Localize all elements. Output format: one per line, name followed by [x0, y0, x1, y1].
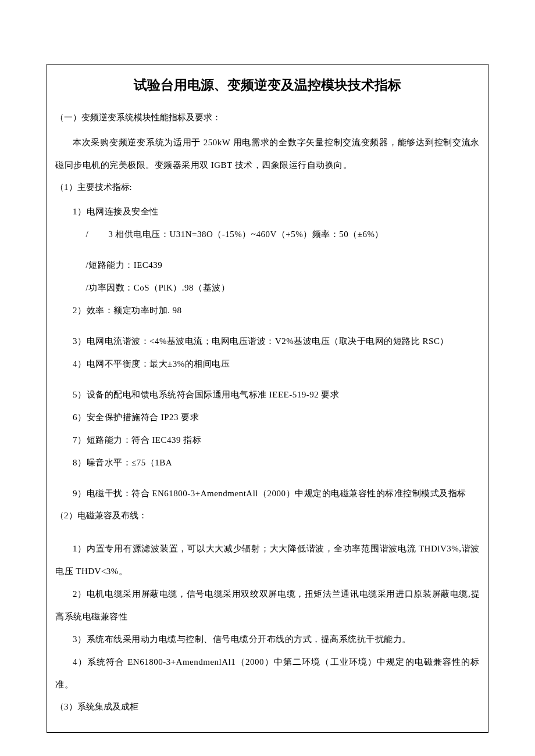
item-1-9: 9）电磁干扰：符合 EN61800-3+AmendmentAll（2000）中规…: [55, 482, 480, 505]
item-1-1-c: /功率因数：CoS（PlK）.98（基波）: [55, 277, 480, 299]
document-frame: 试验台用电源、变频逆变及温控模块技术指标 （一）变频逆变系统模块性能指标及要求：…: [47, 64, 488, 733]
item-1-1-b: /短路能力：IEC439: [55, 254, 480, 277]
item-2-1: 1）内置专用有源滤波装置，可以大大减少辐射；大大降低谐波，全功率范围谐波电流 T…: [55, 538, 480, 583]
item-1-6: 6）安全保护措施符合 IP23 要求: [55, 406, 480, 429]
item-1-1: 1）电网连接及安全性: [55, 200, 480, 223]
intro-paragraph: 本次采购变频逆变系统为适用于 250kW 用电需求的全数字矢量控制交流变频器，能…: [55, 131, 480, 177]
subsection-1-label: （1）主要技术指标:: [55, 177, 480, 199]
item-2-3: 3）系统布线采用动力电缆与控制、信号电缆分开布线的方式，提高系统抗干扰能力。: [55, 628, 480, 651]
item-2-2: 2）电机电缆采用屏蔽电缆，信号电缆采用双绞双屏电缆，扭矩法兰通讯电缆采用进口原装…: [55, 583, 480, 628]
item-1-8: 8）噪音水平：≤75（1BA: [55, 452, 480, 474]
item-1-1-a: / 3 相供电电压：U31N=38O（-15%）~460V（+5%）频率：50（…: [55, 223, 480, 246]
subsection-3-label: （3）系统集成及成柜: [55, 696, 480, 718]
item-1-3: 3）电网电流谐波：<4%基波电流；电网电压谐波：V2%基波电压（取决于电网的短路…: [55, 330, 480, 353]
item-1-5: 5）设备的配电和馈电系统符合国际通用电气标准 IEEE-519-92 要求: [55, 384, 480, 406]
item-2-4: 4）系统符合 EN61800-3+AmendmenlAl1（2000）中第二环境…: [55, 651, 480, 696]
subsection-2-label: （2）电磁兼容及布线：: [55, 505, 480, 527]
item-1-4: 4）电网不平衡度：最大±3%的相间电压: [55, 353, 480, 375]
section-1-heading: （一）变频逆变系统模块性能指标及要求：: [55, 107, 480, 129]
document-title: 试验台用电源、变频逆变及温控模块技术指标: [55, 76, 480, 94]
item-1-2: 2）效率：额定功率时加. 98: [55, 299, 480, 322]
item-1-7: 7）短路能力：符合 IEC439 指标: [55, 429, 480, 452]
